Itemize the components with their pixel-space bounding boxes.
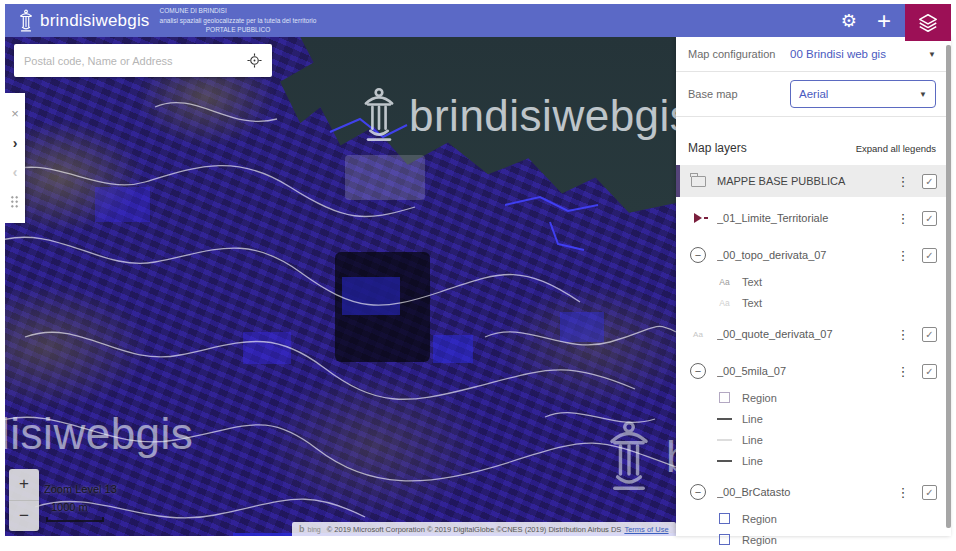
kebab-menu-icon[interactable]: ⋮ [895,485,911,500]
layer-icon-wrap: − [688,484,708,500]
map-layers-title: Map layers [688,141,747,155]
chevron-left-icon[interactable]: ‹ [13,165,18,179]
layer-row[interactable]: −_00_BrCatasto⋮✓ [676,476,951,508]
zoom-out-button[interactable]: − [9,500,39,532]
legend-glyph-wrap [716,513,733,524]
label-icon: Aa [693,330,703,339]
layer-icon-wrap: − [688,363,708,379]
legend-item: Region [676,508,951,529]
expand-all-legends-link[interactable]: Expand all legends [856,143,936,154]
caret-down-icon: ▼ [919,90,927,99]
legend-glyph-wrap [716,418,733,420]
kebab-menu-icon[interactable]: ⋮ [895,364,911,379]
base-map-row: Base map Aerial ▼ [676,72,951,117]
layers-icon [917,12,939,34]
kebab-menu-icon[interactable]: ⋮ [895,248,911,263]
layers-panel-button[interactable] [905,4,951,41]
text-light-icon: Aa [719,298,729,308]
layers-list: MAPPE BASE PUBBLICA⋮✓_01_Limite_Territor… [676,165,951,550]
legend-glyph-wrap [716,534,733,545]
layer-checkbox[interactable]: ✓ [922,248,937,263]
layer-row[interactable]: Aa_00_quote_derivata_07⋮✓ [676,318,951,350]
close-icon[interactable]: × [11,107,19,120]
kebab-menu-icon[interactable]: ⋮ [895,327,911,342]
header-actions: ⚙ + [841,4,951,37]
app-title: brindisiwebgis [40,11,150,31]
map-layers-header: Map layers Expand all legends [676,117,951,165]
bing-label: bing [308,526,321,533]
legend-glyph-wrap [716,439,733,441]
layer-name: _00_topo_derivata_07 [717,249,895,261]
layer-row[interactable]: MAPPE BASE PUBBLICA⋮✓ [676,165,951,197]
legend-glyph-wrap [716,460,733,462]
layer-group: _01_Limite_Territoriale⋮✓ [676,202,951,234]
scale-label: 1000 m [51,501,88,513]
add-icon[interactable]: + [877,9,891,33]
zoom-in-button[interactable]: + [9,469,39,500]
legend-label: Region [742,513,777,525]
portal-line: PORTALE PUBBLICO [160,25,317,35]
app-subtitle: COMUNE DI BRINDISI analisi spaziali geol… [160,6,317,35]
legend-label: Text [742,276,762,288]
map-configuration-label: Map configuration [688,48,790,60]
legend-glyph-wrap: Aa [716,277,733,287]
left-toolbar: × › ‹ [5,93,25,223]
layer-checkbox[interactable]: ✓ [922,364,937,379]
map-canvas[interactable]: brindisiwebgis brindisiwebgis brindisiwe… [5,37,676,536]
layer-checkbox[interactable]: ✓ [922,211,937,226]
base-map-value: Aerial [799,88,828,100]
region-gray-icon [719,392,730,403]
settings-gear-icon[interactable]: ⚙ [841,12,857,30]
legend-item: Region [676,387,951,408]
region-blue-icon [719,534,730,545]
scale-bar [46,517,104,522]
layer-row[interactable]: −_00_5mila_07⋮✓ [676,355,951,387]
map-configuration-row: Map configuration 00 Brindisi web gis ▼ [676,37,951,72]
layer-row[interactable]: −_00_topo_derivata_07⋮✓ [676,239,951,271]
legend-label: Line [742,434,763,446]
search-input[interactable] [14,55,247,67]
layer-checkbox[interactable]: ✓ [922,174,937,189]
legend-glyph-wrap: Aa [716,298,733,308]
marker-icon [694,213,702,223]
map-configuration-select[interactable]: 00 Brindisi web gis ▼ [790,48,936,60]
collapse-icon: − [690,247,706,263]
legend-glyph-wrap [716,392,733,403]
layer-group: −_00_5mila_07⋮✓RegionLineLineLine [676,355,951,471]
grid-dots-icon[interactable] [10,195,20,209]
bing-logo-icon: b [299,524,305,534]
legend-item: Line [676,429,951,450]
base-map-select[interactable]: Aerial ▼ [790,80,936,108]
legend-label: Region [742,392,777,404]
locate-target-icon[interactable] [247,53,262,68]
layer-group: MAPPE BASE PUBBLICA⋮✓ [676,165,951,197]
base-map-label: Base map [688,88,790,100]
legend-item: Line [676,408,951,429]
kebab-menu-icon[interactable]: ⋮ [895,211,911,226]
terms-of-use-link[interactable]: Terms of Use [624,525,668,534]
search-box [14,44,272,77]
legend-label: Line [742,455,763,467]
line-dark-icon [717,460,732,462]
folder-icon [691,176,706,187]
layer-checkbox[interactable]: ✓ [922,485,937,500]
layer-name: _00_5mila_07 [717,365,895,377]
legend-label: Text [742,297,762,309]
tagline: analisi spaziali geolocalizzate per la t… [160,16,317,26]
layer-group: −_00_BrCatasto⋮✓RegionRegion [676,476,951,550]
layer-icon-wrap [688,176,708,187]
app-logo-icon [17,9,35,33]
text-dark-icon: Aa [719,277,729,287]
legend-item: AaText [676,271,951,292]
layer-row[interactable]: _01_Limite_Territoriale⋮✓ [676,202,951,234]
sidebar-scrollbar[interactable] [946,45,951,528]
layer-name: _01_Limite_Territoriale [717,212,895,224]
app-window: brindisiwebgis COMUNE DI BRINDISI analis… [0,0,956,551]
layer-checkbox[interactable]: ✓ [922,327,937,342]
collapse-icon: − [690,484,706,500]
chevron-right-icon[interactable]: › [13,136,18,150]
kebab-menu-icon[interactable]: ⋮ [895,174,911,189]
map-configuration-value: 00 Brindisi web gis [790,48,886,60]
caret-down-icon: ▼ [928,50,936,59]
zoom-control: + − [9,469,39,531]
